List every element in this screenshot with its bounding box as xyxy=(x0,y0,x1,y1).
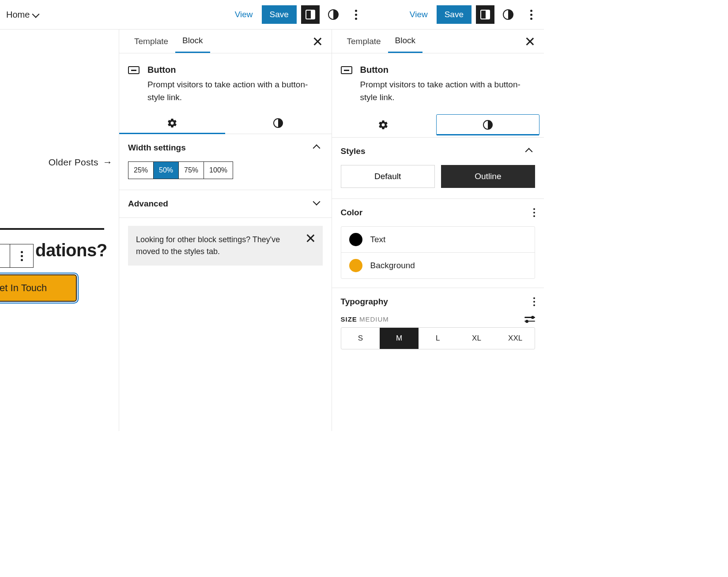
text-color-swatch xyxy=(349,233,362,246)
styles-subtab[interactable] xyxy=(225,112,331,134)
styles-moved-notice: Looking for other block settings? They'v… xyxy=(128,226,323,266)
size-xl[interactable]: XL xyxy=(457,328,496,349)
width-settings-title: Width settings xyxy=(128,143,186,153)
contrast-icon xyxy=(503,9,513,20)
size-segmented: S M L XL XXL xyxy=(341,327,536,349)
toolbar-group-2: View Save xyxy=(405,5,540,24)
sidebar-icon xyxy=(480,10,490,19)
template-name: Home xyxy=(6,10,30,20)
tab-block[interactable]: Block xyxy=(388,30,422,53)
chevron-up-icon xyxy=(526,147,535,156)
close-panel-button[interactable] xyxy=(311,35,324,48)
width-option-75[interactable]: 75% xyxy=(179,162,204,179)
sidebar-icon xyxy=(306,10,315,19)
block-card: Button Prompt visitors to take action wi… xyxy=(119,53,332,112)
notice-text: Looking for other block settings? They'v… xyxy=(136,235,280,256)
background-color-label: Background xyxy=(370,261,415,270)
save-button[interactable]: Save xyxy=(262,5,297,24)
tab-block[interactable]: Block xyxy=(175,30,210,53)
toolbar-cell[interactable] xyxy=(0,244,10,267)
color-text-row[interactable]: Text xyxy=(341,227,535,252)
typography-title: Typography xyxy=(341,297,388,307)
editor-canvas[interactable]: Older Posts dations? Get In Touch xyxy=(0,30,119,431)
save-button[interactable]: Save xyxy=(437,5,472,24)
gear-icon xyxy=(378,120,389,130)
cta-button-block[interactable]: Get In Touch xyxy=(0,274,77,302)
styles-header[interactable]: Styles xyxy=(332,138,544,165)
more-menu-button[interactable] xyxy=(347,5,366,24)
close-panel-button[interactable] xyxy=(524,35,536,48)
size-l[interactable]: L xyxy=(419,328,457,349)
advanced-title: Advanced xyxy=(128,199,168,209)
style-outline-button[interactable]: Outline xyxy=(441,165,535,188)
width-option-25[interactable]: 25% xyxy=(128,162,154,179)
settings-panel: Template Block Button Prompt visitors to… xyxy=(119,30,332,431)
width-segmented: 25% 50% 75% 100% xyxy=(119,161,332,190)
size-m[interactable]: M xyxy=(380,328,419,349)
settings-subtab[interactable] xyxy=(119,112,225,134)
typography-more-icon[interactable] xyxy=(533,297,535,306)
button-block-icon xyxy=(128,66,140,74)
toolbar-group-1: View Save xyxy=(230,5,366,24)
contrast-icon xyxy=(328,9,339,20)
block-card: Button Prompt visitors to take action wi… xyxy=(332,53,544,112)
contrast-icon xyxy=(483,120,493,130)
styles-toggle-button[interactable] xyxy=(499,5,517,24)
typography-header[interactable]: Typography xyxy=(332,288,544,315)
size-row: SIZE MEDIUM xyxy=(332,315,544,327)
older-posts-link[interactable]: Older Posts xyxy=(49,157,113,168)
top-toolbar: Home View Save View Save xyxy=(0,0,544,30)
block-title: Button xyxy=(147,65,323,75)
chevron-down-icon xyxy=(33,10,42,19)
toggle-sidebar-button[interactable] xyxy=(476,5,494,24)
block-description: Prompt visitors to take action with a bu… xyxy=(360,79,536,104)
view-button[interactable]: View xyxy=(230,6,257,23)
older-posts-label: Older Posts xyxy=(49,157,98,168)
chevron-down-icon xyxy=(314,199,323,208)
block-toolbar xyxy=(0,244,34,268)
text-color-label: Text xyxy=(370,235,386,244)
advanced-header[interactable]: Advanced xyxy=(119,190,332,218)
template-selector[interactable]: Home xyxy=(4,10,45,20)
size-s[interactable]: S xyxy=(341,328,380,349)
gear-icon xyxy=(167,118,177,128)
contrast-icon xyxy=(273,118,283,128)
color-title: Color xyxy=(341,208,363,217)
size-xxl[interactable]: XXL xyxy=(496,328,535,349)
arrow-right-icon xyxy=(103,157,113,168)
width-settings-header[interactable]: Width settings xyxy=(119,134,332,161)
sliders-icon[interactable] xyxy=(524,317,535,322)
view-button[interactable]: View xyxy=(405,6,432,23)
panel-tabs: Template Block xyxy=(119,30,332,53)
chevron-up-icon xyxy=(314,143,323,152)
color-list: Text Background xyxy=(341,226,536,279)
inspector-subtabs xyxy=(119,112,332,134)
color-header[interactable]: Color xyxy=(332,199,544,226)
toolbar-more-button[interactable] xyxy=(10,244,33,267)
styles-subtab[interactable] xyxy=(436,114,539,135)
block-description: Prompt visitors to take action with a bu… xyxy=(147,79,323,104)
width-option-50[interactable]: 50% xyxy=(154,162,179,179)
settings-subtab[interactable] xyxy=(332,112,434,137)
tab-template[interactable]: Template xyxy=(340,30,388,52)
more-menu-button[interactable] xyxy=(522,5,540,24)
style-variations: Default Outline xyxy=(332,165,544,199)
heading-fragment[interactable]: dations? xyxy=(35,240,107,260)
width-option-100[interactable]: 100% xyxy=(204,162,233,179)
separator-block[interactable] xyxy=(0,228,104,230)
style-default-button[interactable]: Default xyxy=(341,165,435,188)
color-more-icon[interactable] xyxy=(533,208,535,217)
size-label: SIZE MEDIUM xyxy=(341,315,389,323)
toggle-sidebar-button[interactable] xyxy=(301,5,320,24)
tab-template[interactable]: Template xyxy=(127,30,175,52)
button-block-icon xyxy=(341,66,352,74)
inspector-subtabs xyxy=(332,112,544,138)
background-color-swatch xyxy=(349,259,362,272)
styles-title: Styles xyxy=(341,146,366,156)
block-title: Button xyxy=(360,65,536,75)
color-background-row[interactable]: Background xyxy=(341,252,535,278)
styles-panel: Template Block Button Prompt visitors to… xyxy=(332,30,544,431)
styles-toggle-button[interactable] xyxy=(324,5,343,24)
dismiss-notice-button[interactable] xyxy=(304,232,317,244)
panel-tabs: Template Block xyxy=(332,30,544,53)
